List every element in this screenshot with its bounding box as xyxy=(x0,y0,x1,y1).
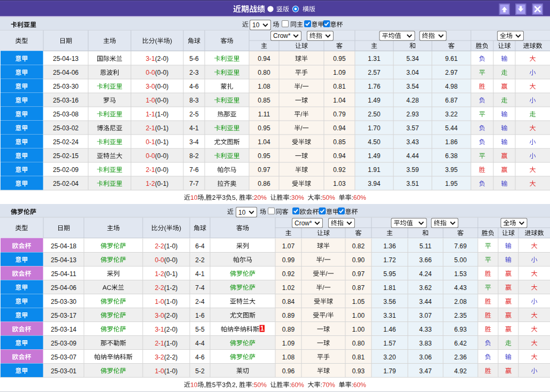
svg-text:1.11: 1.11 xyxy=(258,111,270,118)
svg-text:25-03-07: 25-03-07 xyxy=(51,354,76,361)
svg-text:(0-0): (0-0) xyxy=(155,97,168,104)
svg-text:1-1: 1-1 xyxy=(146,111,156,118)
svg-text:(1-0): (1-0) xyxy=(164,367,177,375)
svg-text:0.94: 0.94 xyxy=(333,152,346,160)
svg-text:0.79: 0.79 xyxy=(333,111,346,118)
svg-text:25-04-13: 25-04-13 xyxy=(53,55,79,62)
svg-text:1.08: 1.08 xyxy=(282,354,295,361)
svg-text:4-4: 4-4 xyxy=(195,340,205,347)
svg-text:0.94: 0.94 xyxy=(258,55,270,62)
svg-text:0-0: 0-0 xyxy=(146,152,156,160)
svg-text:3.04: 3.04 xyxy=(406,69,419,76)
svg-text:3.06: 3.06 xyxy=(419,354,432,361)
svg-text:(2-0): (2-0) xyxy=(155,55,168,62)
svg-text:1-0: 1-0 xyxy=(146,97,156,104)
svg-text:3.62: 3.62 xyxy=(419,284,432,292)
svg-text:3.56: 3.56 xyxy=(383,298,396,305)
svg-text:1.08: 1.08 xyxy=(258,83,270,90)
svg-text:1-6: 1-6 xyxy=(195,312,205,319)
svg-text:5-2: 5-2 xyxy=(195,367,205,375)
svg-text:1.07: 1.07 xyxy=(282,242,295,250)
svg-text:(0-1): (0-1) xyxy=(155,180,168,187)
svg-text:3-1: 3-1 xyxy=(146,55,156,62)
svg-text:3.57: 3.57 xyxy=(406,124,419,132)
svg-text:3.54: 3.54 xyxy=(406,83,419,90)
svg-text:25-03-08: 25-03-08 xyxy=(53,111,79,118)
svg-text:(0-0): (0-0) xyxy=(155,152,168,160)
svg-text:4.28: 4.28 xyxy=(406,97,419,104)
svg-text:0.87: 0.87 xyxy=(352,284,365,292)
svg-text:0.86: 0.86 xyxy=(258,180,270,187)
svg-text:1.57: 1.57 xyxy=(383,340,396,347)
svg-text:(0-1): (0-1) xyxy=(155,138,168,146)
svg-text:4.92: 4.92 xyxy=(454,367,467,375)
svg-text:1.53: 1.53 xyxy=(454,270,467,278)
svg-text:0-0: 0-0 xyxy=(146,69,156,76)
svg-text:25-04-18: 25-04-18 xyxy=(51,242,76,250)
svg-text:3.43: 3.43 xyxy=(406,138,419,146)
svg-text:1.03: 1.03 xyxy=(333,180,346,187)
svg-text:4-1: 4-1 xyxy=(189,124,199,132)
svg-text:0.95: 0.95 xyxy=(258,124,270,132)
svg-text:3.22: 3.22 xyxy=(445,111,458,118)
svg-text:1: 1 xyxy=(260,325,264,332)
svg-text:0-1: 0-1 xyxy=(146,138,156,146)
svg-text:(2-0): (2-0) xyxy=(164,326,177,333)
svg-text:3-0: 3-0 xyxy=(146,83,156,90)
svg-text:0.95: 0.95 xyxy=(333,55,346,62)
svg-text:7-4: 7-4 xyxy=(195,284,205,292)
svg-text:1.46: 1.46 xyxy=(383,326,396,333)
svg-text:Crow*: Crow* xyxy=(295,219,312,227)
svg-text:0.89: 0.89 xyxy=(282,326,295,333)
svg-text:(1-2): (1-2) xyxy=(164,284,177,292)
svg-text:3.07: 3.07 xyxy=(419,312,432,319)
svg-text:1.04: 1.04 xyxy=(333,97,346,104)
svg-text:(2-2): (2-2) xyxy=(164,354,177,361)
svg-text:1.36: 1.36 xyxy=(383,242,396,250)
svg-text:3.66: 3.66 xyxy=(419,256,432,264)
svg-text:1.95: 1.95 xyxy=(445,180,458,187)
svg-text:0.81: 0.81 xyxy=(352,354,365,361)
svg-text:2.35: 2.35 xyxy=(454,312,467,319)
svg-text:1-0: 1-0 xyxy=(155,298,165,305)
svg-text:0.92: 0.92 xyxy=(333,166,346,174)
svg-text:0.92: 0.92 xyxy=(282,270,295,278)
svg-text:25-04-13: 25-04-13 xyxy=(51,256,76,264)
svg-text:25-04-06: 25-04-06 xyxy=(53,69,79,76)
svg-text:7-6: 7-6 xyxy=(189,166,199,174)
svg-text:1.79: 1.79 xyxy=(383,367,396,375)
svg-text:8-3: 8-3 xyxy=(189,97,199,104)
svg-text:4.33: 4.33 xyxy=(419,326,432,333)
svg-text:25-04-06: 25-04-06 xyxy=(51,284,76,292)
svg-text:0.80: 0.80 xyxy=(352,340,365,347)
svg-text:1.72: 1.72 xyxy=(383,256,396,264)
svg-text:25-03-16: 25-03-16 xyxy=(53,97,79,104)
svg-text:(1-0): (1-0) xyxy=(155,111,168,118)
svg-text:25-02-09: 25-02-09 xyxy=(53,166,79,174)
svg-text:25-03-17: 25-03-17 xyxy=(51,312,76,319)
svg-text:4.44: 4.44 xyxy=(406,152,419,160)
svg-text:5.00: 5.00 xyxy=(454,256,467,264)
svg-text:1.81: 1.81 xyxy=(383,284,396,292)
svg-text:0.97: 0.97 xyxy=(352,270,365,278)
svg-text:1.91: 1.91 xyxy=(368,166,381,174)
svg-text:1.70: 1.70 xyxy=(368,124,381,132)
svg-text:25-02-24: 25-02-24 xyxy=(53,138,79,146)
svg-text:3.51: 3.51 xyxy=(406,180,419,187)
svg-text:2.57: 2.57 xyxy=(368,69,381,76)
svg-text:1.09: 1.09 xyxy=(333,69,346,76)
svg-text:6-4: 6-4 xyxy=(195,242,205,250)
svg-text:1.31: 1.31 xyxy=(368,55,381,62)
svg-text:2-1: 2-1 xyxy=(155,340,165,347)
svg-text:0.99: 0.99 xyxy=(282,256,295,264)
svg-text:4-6: 4-6 xyxy=(189,83,199,90)
svg-text:25-02-04: 25-02-04 xyxy=(53,180,79,187)
svg-text:10: 10 xyxy=(238,209,246,216)
svg-text:9.61: 9.61 xyxy=(445,55,458,62)
svg-text:0.94: 0.94 xyxy=(333,124,346,132)
svg-text:3.95: 3.95 xyxy=(445,166,458,174)
svg-text:3-1: 3-1 xyxy=(155,326,165,333)
svg-text:2.08: 2.08 xyxy=(454,298,467,305)
svg-text:5.34: 5.34 xyxy=(406,55,419,62)
svg-text:25-03-02: 25-03-02 xyxy=(53,124,79,132)
